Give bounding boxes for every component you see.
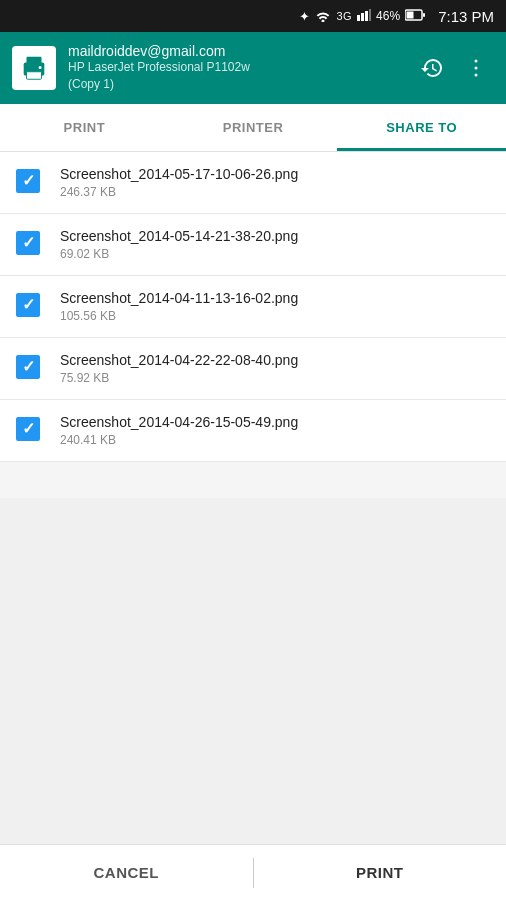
printer-icon-box [12,46,56,90]
list-item[interactable]: ✓ Screenshot_2014-04-26-15-05-49.png 240… [0,400,506,462]
file-size-3: 105.56 KB [60,309,490,323]
tab-print[interactable]: PRINT [0,104,169,151]
checkbox-5[interactable]: ✓ [16,417,44,445]
tab-printer[interactable]: PRINTER [169,104,338,151]
checkbox-3[interactable]: ✓ [16,293,44,321]
checkbox-2[interactable]: ✓ [16,231,44,259]
wifi-icon [315,8,331,25]
battery-percentage: 46% [376,9,400,23]
svg-rect-1 [361,13,364,21]
svg-point-13 [475,74,478,77]
file-name-2: Screenshot_2014-05-14-21-38-20.png [60,228,490,244]
svg-rect-9 [27,72,42,80]
signal-icon: 3G [336,10,352,22]
tabs: PRINT PRINTER SHARE TO [0,104,506,152]
file-name-5: Screenshot_2014-04-26-15-05-49.png [60,414,490,430]
svg-point-11 [475,60,478,63]
printer-icon [19,53,49,83]
svg-rect-0 [357,15,360,21]
file-size-5: 240.41 KB [60,433,490,447]
svg-rect-3 [369,9,371,21]
file-name-4: Screenshot_2014-04-22-22-08-40.png [60,352,490,368]
tab-share-to[interactable]: SHARE TO [337,104,506,151]
status-icons: ✦ 3G 46% 7:13 PM [299,8,494,25]
file-size-4: 75.92 KB [60,371,490,385]
list-item[interactable]: ✓ Screenshot_2014-05-17-10-06-26.png 246… [0,152,506,214]
svg-rect-5 [423,13,425,17]
file-name-1: Screenshot_2014-05-17-10-06-26.png [60,166,490,182]
checkbox-4[interactable]: ✓ [16,355,44,383]
list-item[interactable]: ✓ Screenshot_2014-04-22-22-08-40.png 75.… [0,338,506,400]
more-options-button[interactable] [458,50,494,86]
user-email: maildroiddev@gmail.com [68,43,402,59]
list-item[interactable]: ✓ Screenshot_2014-05-14-21-38-20.png 69.… [0,214,506,276]
file-name-3: Screenshot_2014-04-11-13-16-02.png [60,290,490,306]
app-bar-actions [414,50,494,86]
file-list: ✓ Screenshot_2014-05-17-10-06-26.png 246… [0,152,506,498]
signal-bars-icon [357,9,371,24]
content-area: ✓ Screenshot_2014-05-17-10-06-26.png 246… [0,152,506,844]
svg-rect-8 [27,57,42,65]
svg-rect-2 [365,11,368,21]
bottom-bar: CANCEL PRINT [0,844,506,900]
list-item[interactable]: ✓ Screenshot_2014-04-11-13-16-02.png 105… [0,276,506,338]
svg-point-12 [475,67,478,70]
file-size-2: 69.02 KB [60,247,490,261]
status-time: 7:13 PM [438,8,494,25]
svg-rect-6 [407,11,414,18]
bluetooth-icon: ✦ [299,9,310,24]
empty-area [0,498,506,844]
svg-rect-10 [39,66,42,69]
app-bar: maildroiddev@gmail.com HP LaserJet Profe… [0,32,506,104]
print-button[interactable]: PRINT [254,845,507,900]
checkbox-1[interactable]: ✓ [16,169,44,197]
history-button[interactable] [414,50,450,86]
cancel-button[interactable]: CANCEL [0,845,253,900]
printer-name: HP LaserJet Professional P1102w (Copy 1) [68,59,402,93]
status-bar: ✦ 3G 46% 7:13 PM [0,0,506,32]
app-bar-text: maildroiddev@gmail.com HP LaserJet Profe… [68,43,402,93]
battery-icon [405,9,425,24]
file-size-1: 246.37 KB [60,185,490,199]
